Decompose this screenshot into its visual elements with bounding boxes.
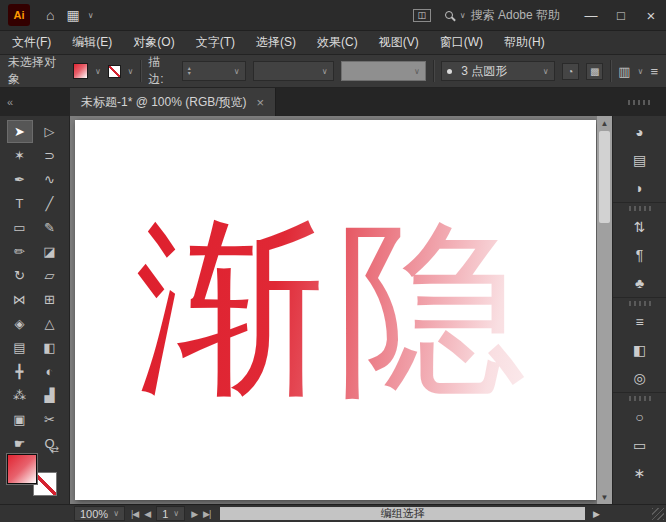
fill-chip[interactable]	[7, 454, 37, 484]
brush-definition-select[interactable]: 3 点圆形 ∨	[441, 61, 555, 81]
character-panel-icon[interactable]: ⇅	[613, 213, 666, 241]
artboard[interactable]: 渐隐	[75, 120, 596, 500]
first-artboard-button[interactable]: |◀	[131, 509, 138, 519]
rectangle-tool[interactable]: ▭	[7, 216, 33, 239]
gradient-tool[interactable]: ◧	[37, 336, 63, 359]
artboard-tool[interactable]: ▣	[7, 408, 33, 431]
links-panel-icon[interactable]: ∗	[613, 459, 666, 487]
type-tool[interactable]: T	[7, 192, 33, 215]
previous-artboard-button[interactable]: ◀	[144, 509, 150, 519]
resize-grip[interactable]	[608, 505, 666, 522]
stroke-caret-icon[interactable]: ∨	[128, 67, 134, 76]
menu-edit[interactable]: 编辑(E)	[72, 34, 112, 51]
brush-dot-icon	[447, 69, 452, 74]
eyedropper-tool[interactable]: ╋	[7, 360, 33, 383]
eraser-tool[interactable]: ◪	[37, 240, 63, 263]
artboards-panel-icon[interactable]: ▭	[613, 431, 666, 459]
tab-close-icon[interactable]: ×	[257, 95, 265, 110]
column-graph-tool[interactable]: ▟	[37, 384, 63, 407]
chevron-down-icon[interactable]: ∨	[234, 67, 240, 76]
chevron-down-icon[interactable]: ∨	[113, 509, 119, 518]
chevron-down-icon[interactable]: ∨	[322, 67, 328, 76]
scroll-right-icon[interactable]: ▶	[593, 509, 600, 519]
illustrator-window: Ai ⌂ ▦ ∨ ◫ ∨ 搜索 Adobe 帮助 — □ × 文件(F) 编辑(…	[0, 0, 666, 522]
chevron-down-icon[interactable]: ∨	[543, 67, 549, 76]
help-search[interactable]: ∨ 搜索 Adobe 帮助	[445, 7, 560, 24]
fill-caret-icon[interactable]: ∨	[95, 67, 101, 76]
gripper-icon	[629, 206, 651, 211]
controlbar-menu-icon[interactable]: ≡	[650, 64, 658, 79]
gripper-icon	[628, 100, 650, 105]
chevron-down-icon[interactable]: ∨	[88, 11, 94, 20]
fill-color-swatch[interactable]	[73, 63, 88, 79]
menu-effect[interactable]: 效果(C)	[317, 34, 358, 51]
document-tab-bar: « 未标题-1* @ 100% (RGB/预览) ×	[0, 88, 666, 116]
symbols-panel-icon[interactable]: ♣	[613, 269, 666, 297]
color-guide-panel-icon[interactable]: ◗	[613, 174, 666, 202]
width-profile-select[interactable]: ∨	[253, 61, 334, 81]
perspective-grid-tool[interactable]: △	[37, 312, 63, 335]
artboard-number-select[interactable]: 1 ∨	[156, 506, 185, 521]
stepper-icon[interactable]: ▴▾	[188, 66, 191, 76]
transparency-panel-icon[interactable]: ◎	[613, 364, 666, 392]
next-artboard-button[interactable]: ▶	[191, 509, 197, 519]
stroke-panel-icon[interactable]: ≡	[613, 308, 666, 336]
artboard-text[interactable]: 渐隐	[136, 215, 536, 405]
magic-wand-tool[interactable]: ✶	[7, 144, 33, 167]
chevron-down-icon[interactable]: ∨	[638, 67, 644, 76]
appearance-panel-icon[interactable]: ○	[613, 403, 666, 431]
scroll-up-icon[interactable]: ▲	[597, 116, 612, 130]
lasso-tool[interactable]: ⊃	[37, 144, 63, 167]
minimize-button[interactable]: —	[576, 0, 606, 30]
pencil-tool[interactable]: ✏	[7, 240, 33, 263]
scale-tool[interactable]: ▱	[37, 264, 63, 287]
menu-type[interactable]: 文字(T)	[196, 34, 235, 51]
scrollbar-thumb[interactable]	[599, 131, 610, 223]
gradient-panel-icon[interactable]: ◧	[613, 336, 666, 364]
graphic-styles-icon[interactable]: ▩	[586, 63, 603, 80]
blend-tool[interactable]: ◐	[37, 360, 63, 383]
document-tab[interactable]: 未标题-1* @ 100% (RGB/预览) ×	[70, 88, 276, 116]
mesh-tool[interactable]: ▤	[7, 336, 33, 359]
menu-view[interactable]: 视图(V)	[379, 34, 419, 51]
workspace-icon[interactable]: ▥	[618, 64, 630, 79]
vertical-scrollbar[interactable]: ▲ ▼	[597, 116, 612, 504]
width-tool[interactable]: ⋈	[7, 288, 33, 311]
restore-button[interactable]: □	[606, 0, 636, 30]
rotate-tool[interactable]: ↻	[7, 264, 33, 287]
close-button[interactable]: ×	[636, 0, 666, 30]
libraries-panel-icon[interactable]: ▤	[613, 146, 666, 174]
zoom-level-select[interactable]: 100% ∨	[74, 506, 125, 521]
scroll-down-icon[interactable]: ▼	[597, 490, 612, 504]
chevron-down-icon[interactable]: ∨	[173, 509, 179, 518]
menu-help[interactable]: 帮助(H)	[504, 34, 545, 51]
menu-select[interactable]: 选择(S)	[256, 34, 296, 51]
pen-tool[interactable]: ✒	[7, 168, 33, 191]
canvas-pasteboard[interactable]: 渐隐 ▲ ▼	[70, 116, 612, 504]
menu-object[interactable]: 对象(O)	[133, 34, 174, 51]
paintbrush-tool[interactable]: ✎	[37, 216, 63, 239]
stroke-weight-input[interactable]: ▴▾ ∨	[182, 61, 246, 81]
panel-gripper[interactable]	[612, 88, 666, 116]
direct-selection-tool[interactable]: ▷	[37, 120, 63, 143]
curvature-tool[interactable]: ∿	[37, 168, 63, 191]
menu-window[interactable]: 窗口(W)	[440, 34, 483, 51]
last-artboard-button[interactable]: ▶|	[203, 509, 210, 519]
line-segment-tool[interactable]: ╱	[37, 192, 63, 215]
color-panel-icon[interactable]: ◕	[613, 118, 666, 146]
search-scope-caret-icon[interactable]: ∨	[460, 11, 466, 20]
recolor-artwork-icon[interactable]: ◔	[562, 63, 579, 80]
free-transform-tool[interactable]: ⊞	[37, 288, 63, 311]
home-icon[interactable]: ⌂	[46, 7, 54, 23]
arrange-documents-icon[interactable]: ▦	[66, 7, 79, 23]
document-layout-icon[interactable]: ◫	[413, 9, 431, 22]
stroke-color-swatch[interactable]	[108, 65, 121, 78]
symbol-sprayer-tool[interactable]: ⁂	[7, 384, 33, 407]
paragraph-panel-icon[interactable]: ¶	[613, 241, 666, 269]
selection-tool[interactable]: ➤	[7, 120, 33, 143]
slice-tool[interactable]: ✂	[37, 408, 63, 431]
tools-collapse-button[interactable]: «	[0, 88, 70, 116]
shape-builder-tool[interactable]: ◈	[7, 312, 33, 335]
swap-fill-stroke-icon[interactable]: ⇄	[51, 444, 59, 455]
menu-file[interactable]: 文件(F)	[12, 34, 51, 51]
